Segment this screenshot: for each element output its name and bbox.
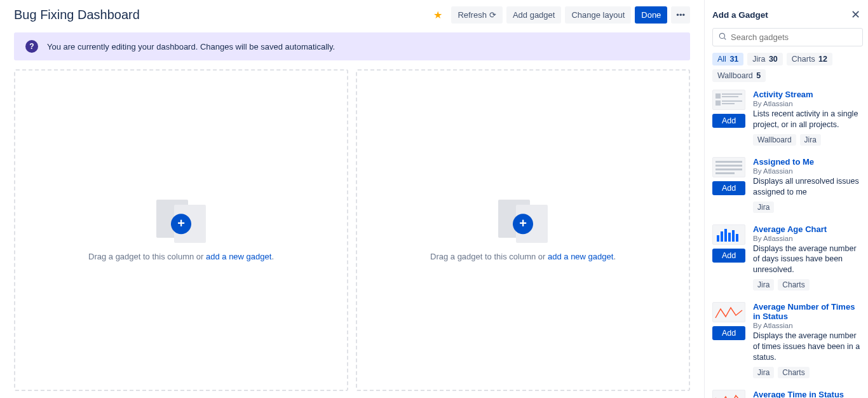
gadget-tags: Jira xyxy=(753,202,860,213)
dropzone-suffix: . xyxy=(271,252,274,261)
svg-rect-4 xyxy=(722,96,738,97)
gadget-thumbnail xyxy=(712,302,745,322)
add-button[interactable]: Add xyxy=(712,326,745,340)
gadget-tag[interactable]: Jira xyxy=(753,279,774,291)
add-button[interactable]: Add xyxy=(712,114,745,128)
svg-point-0 xyxy=(719,33,724,38)
gadget-item: AddActivity StreamBy AtlassianLists rece… xyxy=(712,90,860,146)
filter-count: 12 xyxy=(818,55,827,64)
add-button[interactable]: Add xyxy=(712,181,745,195)
filter-chip-jira[interactable]: Jira 30 xyxy=(747,53,783,65)
svg-rect-8 xyxy=(715,161,742,163)
filter-count: 30 xyxy=(769,55,778,64)
filter-chip-wallboard[interactable]: Wallboard 5 xyxy=(712,69,766,82)
gadget-description: Lists recent activity in a single projec… xyxy=(753,109,860,130)
gadget-title[interactable]: Average Number of Times in Status xyxy=(753,302,860,321)
gadget-item: AddAverage Time in StatusBy AtlassianDis… xyxy=(712,390,860,398)
svg-rect-13 xyxy=(721,231,723,242)
add-gadget-button[interactable]: Add gadget xyxy=(506,6,562,24)
page-header: Bug Fixing Dashboard ★ Refresh ⟳ Add gad… xyxy=(14,6,690,24)
dashboard-columns: + Drag a gadget to this column or add a … xyxy=(14,69,690,391)
svg-rect-3 xyxy=(722,93,742,95)
gadget-author: By Atlassian xyxy=(753,322,860,329)
toolbar: ★ Refresh ⟳ Add gadget Change layout Don… xyxy=(433,6,690,24)
svg-rect-14 xyxy=(724,229,727,242)
dropzone-suffix: . xyxy=(613,252,616,261)
change-layout-button[interactable]: Change layout xyxy=(565,6,631,24)
svg-rect-11 xyxy=(715,172,735,174)
svg-rect-17 xyxy=(736,234,738,242)
gadget-title[interactable]: Activity Stream xyxy=(753,90,860,99)
gadget-tag[interactable]: Charts xyxy=(778,367,809,378)
gadget-tag[interactable]: Jira xyxy=(753,367,774,378)
close-icon[interactable]: ✕ xyxy=(851,8,860,22)
gadget-author: By Atlassian xyxy=(753,167,860,175)
dropzone-prefix: Drag a gadget to this column or xyxy=(430,252,548,261)
gadget-item: AddAverage Number of Times in StatusBy A… xyxy=(712,302,860,378)
gadget-item: AddAssigned to MeBy AtlassianDisplays al… xyxy=(712,157,860,213)
gadget-author: By Atlassian xyxy=(753,235,860,242)
dropzone-prefix: Drag a gadget to this column or xyxy=(88,252,206,261)
page-title: Bug Fixing Dashboard xyxy=(14,8,433,22)
search-icon xyxy=(718,32,727,43)
gadget-tag[interactable]: Jira xyxy=(800,134,821,146)
dropzone-column-2[interactable]: + Drag a gadget to this column or add a … xyxy=(356,69,690,391)
refresh-button[interactable]: Refresh ⟳ xyxy=(451,6,503,24)
star-icon[interactable]: ★ xyxy=(433,9,442,21)
sidebar-header: Add a Gadget ✕ xyxy=(712,8,863,22)
gadget-title[interactable]: Average Time in Status xyxy=(753,390,860,398)
svg-rect-5 xyxy=(715,100,721,106)
svg-rect-15 xyxy=(728,233,731,242)
svg-rect-16 xyxy=(732,230,735,242)
done-button[interactable]: Done xyxy=(635,6,667,24)
gadget-title[interactable]: Average Age Chart xyxy=(753,224,860,234)
dropzone-illustration: + xyxy=(153,200,210,244)
add-button[interactable]: Add xyxy=(712,249,745,263)
svg-rect-7 xyxy=(722,103,735,104)
gadget-tag[interactable]: Charts xyxy=(778,279,809,291)
filter-chip-charts[interactable]: Charts 12 xyxy=(787,53,832,65)
search-input[interactable] xyxy=(731,32,857,42)
gadget-item: AddAverage Age ChartBy AtlassianDisplays… xyxy=(712,224,860,291)
gadget-tags: WallboardJira xyxy=(753,134,860,146)
gadget-tags: JiraCharts xyxy=(753,279,860,291)
info-banner: ? You are currently editing your dashboa… xyxy=(14,32,690,60)
more-button[interactable]: ••• xyxy=(671,6,690,24)
banner-text: You are currently editing your dashboard… xyxy=(47,42,335,51)
gadget-tag[interactable]: Jira xyxy=(753,202,774,213)
add-new-gadget-link[interactable]: add a new gadget xyxy=(548,252,613,261)
main-content: Bug Fixing Dashboard ★ Refresh ⟳ Add gad… xyxy=(0,0,704,398)
refresh-icon: ⟳ xyxy=(489,10,496,20)
sidebar-title: Add a Gadget xyxy=(712,10,768,20)
gadget-thumbnail xyxy=(712,224,745,245)
gadget-tag[interactable]: Wallboard xyxy=(753,134,796,146)
add-gadget-sidebar: Add a Gadget ✕ All 31Jira 30Charts 12Wal… xyxy=(704,0,868,398)
refresh-label: Refresh xyxy=(458,10,487,20)
dropzone-column-1[interactable]: + Drag a gadget to this column or add a … xyxy=(14,69,348,391)
filter-chip-all[interactable]: All 31 xyxy=(712,53,743,65)
gadget-description: Displays all unresolved issues assigned … xyxy=(753,176,860,198)
gadget-author: By Atlassian xyxy=(753,100,860,107)
svg-rect-10 xyxy=(715,168,742,170)
dropzone-text: Drag a gadget to this column or add a ne… xyxy=(88,252,274,261)
gadget-thumbnail xyxy=(712,90,745,110)
gadget-thumbnail xyxy=(712,390,745,398)
filter-count: 31 xyxy=(729,55,738,64)
gadget-description: Displays the average number of days issu… xyxy=(753,244,860,276)
gadget-list[interactable]: AddActivity StreamBy AtlassianLists rece… xyxy=(712,90,863,398)
info-icon: ? xyxy=(25,40,38,53)
filter-count: 5 xyxy=(756,71,761,80)
plus-circle-icon: + xyxy=(171,214,191,234)
svg-rect-9 xyxy=(715,165,742,167)
gadget-description: Displays the average number of times iss… xyxy=(753,331,860,363)
gadget-tags: JiraCharts xyxy=(753,367,860,378)
dropzone-text: Drag a gadget to this column or add a ne… xyxy=(430,252,616,261)
svg-rect-12 xyxy=(717,235,719,242)
filter-chips: All 31Jira 30Charts 12Wallboard 5 xyxy=(712,53,863,82)
svg-rect-6 xyxy=(722,100,742,102)
gadget-thumbnail xyxy=(712,157,745,177)
gadget-title[interactable]: Assigned to Me xyxy=(753,157,860,167)
search-box[interactable] xyxy=(712,28,863,46)
add-new-gadget-link[interactable]: add a new gadget xyxy=(206,252,271,261)
svg-line-1 xyxy=(724,38,726,40)
